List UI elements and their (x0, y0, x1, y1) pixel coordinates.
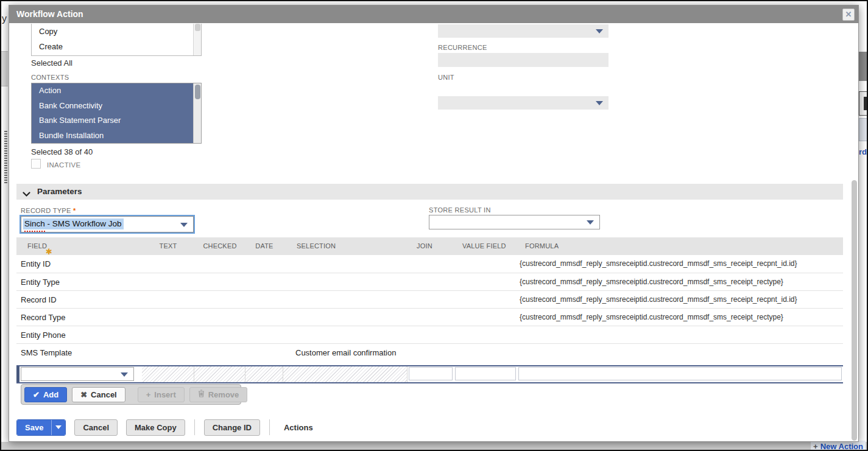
contexts-multiselect[interactable]: Action Bank Connectivity Bank Statement … (31, 83, 202, 144)
value-field-input[interactable] (455, 367, 516, 380)
cell-checked (194, 273, 245, 290)
store-result-in-dropdown[interactable] (429, 215, 600, 229)
cell-join (408, 309, 454, 326)
edit-cell-selection-disabled (283, 366, 408, 382)
join-input[interactable] (409, 367, 453, 380)
cell-formula (517, 326, 843, 343)
plus-icon: + (813, 442, 818, 450)
inactive-checkbox[interactable] (31, 159, 41, 169)
dialog-title: Workflow Action (16, 9, 83, 19)
table-row[interactable]: Record Type {custrecord_mmsdf_reply_smsr… (16, 308, 843, 326)
cell-selection (283, 326, 408, 343)
unit-dropdown[interactable] (438, 96, 609, 110)
recurrence-input[interactable] (438, 53, 609, 67)
cell-text (142, 255, 194, 273)
table-row[interactable]: Entity ID {custrecord_mmsdf_reply_smsrec… (16, 255, 843, 273)
table-body: Entity ID {custrecord_mmsdf_reply_smsrec… (16, 255, 843, 361)
make-copy-button[interactable]: Make Copy (126, 419, 185, 436)
cell-checked (194, 326, 245, 343)
cell-field: Entity Phone (16, 326, 142, 343)
event-type-list[interactable]: Copy Create (31, 24, 202, 56)
background-checker-strip (4, 131, 7, 183)
chevron-down-icon (55, 425, 62, 429)
cell-text (142, 273, 194, 290)
required-marker: * (73, 207, 76, 214)
cell-value-field (454, 273, 517, 290)
dialog-scrollbar-thumb[interactable] (852, 180, 857, 441)
table-row[interactable]: Entity Phone (16, 326, 843, 343)
cell-formula: {custrecord_mmsdf_reply_smsreceiptid.cus… (517, 309, 843, 326)
contexts-scrollbar[interactable] (193, 83, 201, 143)
new-action-label: New Action (820, 442, 863, 450)
cell-value-field (454, 344, 517, 361)
background-gray-bar (859, 52, 867, 81)
list-item[interactable]: Bank Connectivity (32, 99, 201, 114)
field-dropdown[interactable] (21, 367, 134, 381)
event-type-list-scrollbar[interactable] (193, 24, 201, 55)
schedule-dropdown[interactable] (438, 24, 609, 38)
table-row[interactable]: Record ID {custrecord_mmsdf_reply_smsrec… (16, 290, 843, 308)
column-header-field: FIELD✱ (16, 237, 142, 255)
record-type-value: Sinch - SMS Workflow Job (23, 219, 124, 229)
cell-text (142, 309, 194, 326)
table-edit-row[interactable] (16, 365, 843, 383)
cell-date (245, 309, 283, 326)
dialog-footer: Save Cancel Make Copy Change ID Actions (16, 419, 313, 436)
cell-selection (283, 309, 408, 326)
store-result-in-label: STORE RESULT IN (429, 206, 491, 214)
record-type-dropdown[interactable]: Sinch - SMS Workflow Job (21, 216, 194, 232)
cell-formula (517, 344, 843, 361)
cell-selection (283, 273, 408, 290)
list-item[interactable]: Create (32, 39, 201, 54)
change-id-button[interactable]: Change ID (204, 419, 260, 436)
edit-cell-value-field (454, 366, 517, 382)
cell-text (142, 326, 194, 343)
edit-cell-checked-disabled (194, 366, 245, 382)
save-button[interactable]: Save (17, 420, 51, 435)
table-row[interactable]: SMS Template Customer email confirmation (16, 343, 843, 361)
footer-divider (269, 419, 270, 435)
list-item[interactable]: Action (32, 83, 201, 99)
scrollbar-thumb[interactable] (195, 24, 200, 31)
column-header-checked: CHECKED (194, 237, 245, 255)
cell-value-field (454, 255, 517, 273)
list-item[interactable]: Copy (32, 24, 201, 39)
scrollbar-thumb[interactable] (195, 85, 200, 99)
cell-formula: {custrecord_mmsdf_reply_smsreceiptid.cus… (517, 255, 843, 273)
store-result-in-value (429, 217, 432, 226)
background-button-fragment (859, 91, 867, 116)
footer-divider (194, 419, 195, 435)
cell-date (245, 273, 283, 290)
cell-field: Entity ID (16, 255, 142, 273)
background-bottom-strip (1, 442, 867, 450)
trash-icon (198, 390, 205, 399)
cell-join (408, 326, 454, 343)
remove-button[interactable]: Remove (189, 387, 248, 402)
cell-value-field (454, 326, 517, 343)
edit-cell-date-disabled (245, 366, 283, 382)
formula-input[interactable] (518, 367, 842, 380)
chevron-down-icon (121, 372, 128, 377)
cell-join (408, 273, 454, 290)
record-type-label: RECORD TYPE * (21, 207, 76, 214)
insert-button-label: Insert (154, 390, 175, 399)
inactive-label: INACTIVE (47, 161, 80, 169)
save-menu-button[interactable] (51, 420, 65, 435)
cell-formula: {custrecord_mmsdf_reply_smsreceiptid.cus… (517, 291, 843, 308)
list-item[interactable]: Bundle Installation (32, 128, 201, 144)
list-item[interactable]: Bank Statement Parser (32, 113, 201, 128)
workflow-action-dialog: Workflow Action ✕ Copy Create Selected A… (9, 5, 859, 442)
insert-button[interactable]: + Insert (138, 387, 185, 402)
cancel-button[interactable]: Cancel (74, 419, 118, 436)
close-icon[interactable]: ✕ (842, 9, 855, 21)
dialog-titlebar[interactable]: Workflow Action (9, 5, 858, 23)
new-action-link[interactable]: +New Action (811, 441, 866, 450)
cell-field: Record ID (16, 291, 142, 308)
column-header-text: TEXT (142, 237, 194, 255)
parameters-section-header[interactable]: Parameters (16, 184, 843, 200)
table-row[interactable]: Entity Type {custrecord_mmsdf_reply_smsr… (16, 273, 843, 290)
parameters-table: FIELD✱ TEXT CHECKED DATE SELECTION JOIN … (16, 237, 843, 361)
cancel-line-button[interactable]: ✖ Cancel (72, 387, 125, 402)
actions-menu[interactable]: Actions (284, 423, 313, 432)
add-button[interactable]: ✔ Add (24, 387, 67, 402)
